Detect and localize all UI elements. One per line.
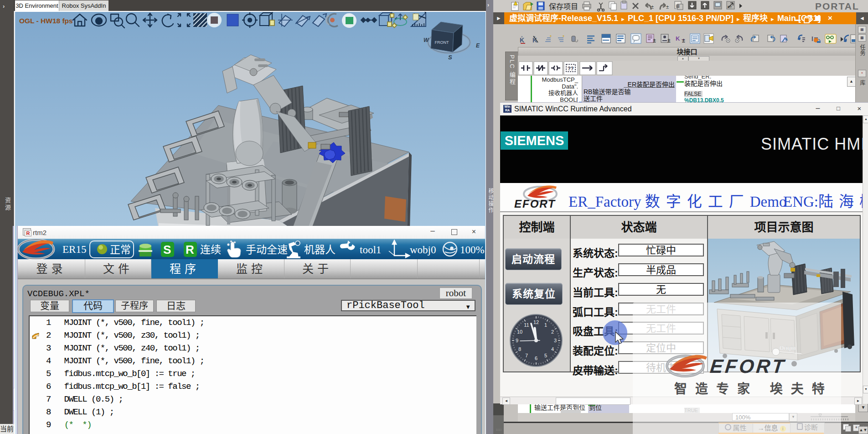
svg-text:±: ± <box>682 37 685 44</box>
svg-text:9: 9 <box>516 338 518 343</box>
svg-text:Origin: Origin <box>780 345 796 351</box>
svg-text:±: ± <box>651 4 654 10</box>
svg-text:10: 10 <box>517 329 522 335</box>
svg-text:机器人: 机器人 <box>304 244 336 256</box>
svg-text:ER15: ER15 <box>62 244 86 255</box>
svg-text:*: * <box>563 35 564 40</box>
svg-text:7: 7 <box>525 353 528 358</box>
svg-text:E: E <box>476 42 480 49</box>
svg-text:保存项目: 保存项目 <box>549 3 578 10</box>
svg-text:100%: 100% <box>460 244 485 256</box>
svg-text:▤: ▤ <box>676 4 680 8</box>
svg-text:12: 12 <box>533 319 539 325</box>
svg-text:4: 4 <box>551 346 554 352</box>
svg-text:K̊: K̊ <box>520 36 524 44</box>
svg-text:6: 6 <box>535 356 537 361</box>
svg-text:2: 2 <box>551 329 554 335</box>
svg-text:wobj0: wobj0 <box>410 244 436 256</box>
svg-text:11: 11 <box>524 322 529 328</box>
svg-text:PORTAL: PORTAL <box>815 1 859 11</box>
svg-text:1: 1 <box>544 322 547 328</box>
svg-text:3: 3 <box>554 338 557 343</box>
svg-text:R: R <box>186 243 194 256</box>
svg-text:5: 5 <box>544 353 547 358</box>
svg-text:正常: 正常 <box>110 244 131 256</box>
svg-text:S: S <box>448 54 452 61</box>
svg-text:±: ± <box>666 4 669 10</box>
svg-text:OGL - HW18 fps: OGL - HW18 fps <box>19 17 73 25</box>
svg-text:??: ?? <box>568 66 574 71</box>
svg-text:±: ± <box>667 37 671 44</box>
svg-text:RT: RT <box>728 5 732 9</box>
svg-text:手动全速: 手动全速 <box>246 244 288 256</box>
svg-text:连续: 连续 <box>200 244 221 256</box>
svg-text:±: ± <box>653 37 656 44</box>
svg-text:W: W <box>424 37 429 43</box>
svg-text:FRONT: FRONT <box>435 40 449 45</box>
svg-text:S: S <box>163 243 171 256</box>
svg-text:tool1: tool1 <box>360 244 381 256</box>
svg-text:8: 8 <box>518 346 521 352</box>
svg-text:*: * <box>550 35 552 40</box>
